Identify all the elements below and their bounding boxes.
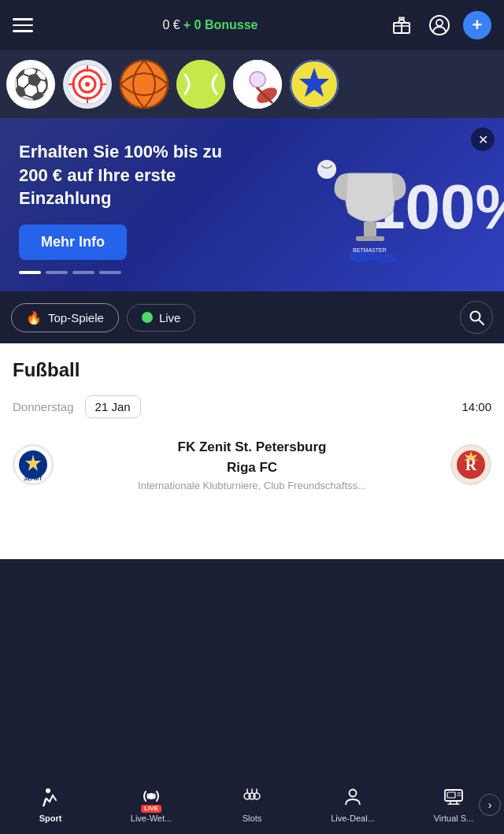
nav-label-live-dealer: Live-Deal... [331, 814, 375, 823]
header-left [13, 18, 33, 32]
banner-dots [19, 271, 485, 274]
sport-tennis[interactable] [176, 60, 225, 109]
top-games-filter[interactable]: 🔥 Top-Spiele [11, 303, 119, 332]
svg-point-6 [85, 82, 90, 87]
svg-rect-23 [364, 222, 376, 236]
svg-point-26 [375, 254, 397, 263]
live-dot-icon [142, 312, 153, 323]
live-badge: LIVE [141, 805, 161, 813]
nav-label-live: Live-Wet... [131, 814, 172, 823]
nav-more-button[interactable]: › [479, 794, 501, 816]
live-filter[interactable]: Live [127, 304, 196, 332]
svg-text:BETMASTER: BETMASTER [353, 247, 387, 253]
sport-basketball[interactable] [120, 60, 169, 109]
match-day-label: Donnerstag [13, 400, 74, 413]
svg-point-28 [317, 160, 336, 179]
slots-nav-icon [242, 786, 262, 810]
team2-name: Riga FC [65, 458, 439, 478]
svg-point-40 [148, 793, 154, 799]
search-button[interactable] [460, 301, 493, 334]
team1-logo: ЗЕНИТ [13, 444, 54, 485]
svg-point-2 [436, 20, 443, 26]
banner-headline: Erhalten Sie 100% bis zu 200 € auf Ihre … [19, 140, 239, 210]
match-league: Internationale Klubturniere, Club Freund… [65, 480, 439, 491]
virtual-nav-icon [443, 786, 464, 810]
sport-target[interactable] [63, 60, 112, 109]
live-nav-icon: LIVE [141, 786, 161, 810]
live-label: Live [159, 311, 181, 324]
team1-name: FK Zenit St. Petersburg [65, 437, 439, 458]
promo-banner: ✕ Erhalten Sie 100% bis zu 200 € auf Ihr… [0, 118, 504, 291]
svg-rect-24 [356, 236, 384, 241]
main-content: Fußball Donnerstag 21 Jan 14:00 ЗЕНИТ FK… [0, 343, 504, 496]
match-day-row: Donnerstag 21 Jan 14:00 [13, 395, 491, 418]
dot-1 [19, 271, 41, 274]
sports-category-row: ⚽ [0, 50, 504, 118]
header-balance: 0 € + 0 Bonusse [163, 18, 258, 32]
banner-cta-button[interactable]: Mehr Info [19, 224, 127, 260]
add-button[interactable]: + [463, 11, 491, 39]
match-teams: FK Zenit St. Petersburg Riga FC [65, 437, 439, 477]
svg-text:ЗЕНИТ: ЗЕНИТ [24, 476, 43, 481]
svg-point-43 [254, 793, 260, 799]
balance-amount: 0 € [163, 18, 180, 32]
header-right: + [387, 11, 491, 39]
sport-nav-icon [40, 786, 61, 810]
match-date-badge: 21 Jan [85, 395, 141, 418]
banner-graphic: 100% BETMASTER [291, 126, 504, 284]
nav-label-slots: Slots [243, 814, 261, 823]
svg-point-39 [46, 788, 50, 793]
gift-icon[interactable] [387, 11, 416, 39]
svg-point-47 [350, 790, 357, 797]
match-info: FK Zenit St. Petersburg Riga FC Internat… [65, 437, 439, 491]
sport-tabletennis[interactable] [233, 60, 282, 109]
nav-label-sport: Sport [39, 814, 62, 823]
match-time-label: 14:00 [461, 400, 491, 413]
dot-3 [72, 271, 94, 274]
nav-item-live-dealer[interactable]: Live-Deal... [302, 783, 403, 826]
bonus-text: + 0 Bonusse [183, 18, 258, 32]
bottom-nav: Sport LIVE Live-Wet... Slot [0, 775, 504, 834]
dot-2 [46, 271, 68, 274]
header: 0 € + 0 Bonusse + [0, 0, 504, 50]
sport-soccer[interactable]: ⚽ [6, 60, 55, 109]
section-title: Fußball [13, 359, 491, 381]
fire-icon: 🔥 [26, 310, 42, 325]
nav-item-slots[interactable]: Slots [202, 783, 302, 826]
top-games-label: Top-Spiele [48, 311, 104, 324]
user-icon[interactable] [425, 11, 454, 39]
nav-item-sport[interactable]: Sport [0, 783, 101, 826]
match-card[interactable]: ЗЕНИТ FK Zenit St. Petersburg Riga FC In… [13, 429, 491, 496]
filter-row: 🔥 Top-Spiele Live [0, 291, 504, 343]
menu-icon[interactable] [13, 18, 33, 32]
svg-rect-50 [447, 792, 455, 798]
live-dealer-nav-icon [343, 786, 363, 810]
sport-soccer2[interactable] [290, 60, 339, 109]
dot-4 [99, 271, 121, 274]
svg-point-15 [250, 72, 265, 87]
team2-logo: R [450, 444, 491, 485]
nav-label-virtual: Virtual S... [434, 814, 474, 823]
nav-item-live[interactable]: LIVE Live-Wet... [101, 783, 202, 826]
svg-line-30 [479, 320, 484, 324]
svg-point-13 [176, 60, 225, 109]
